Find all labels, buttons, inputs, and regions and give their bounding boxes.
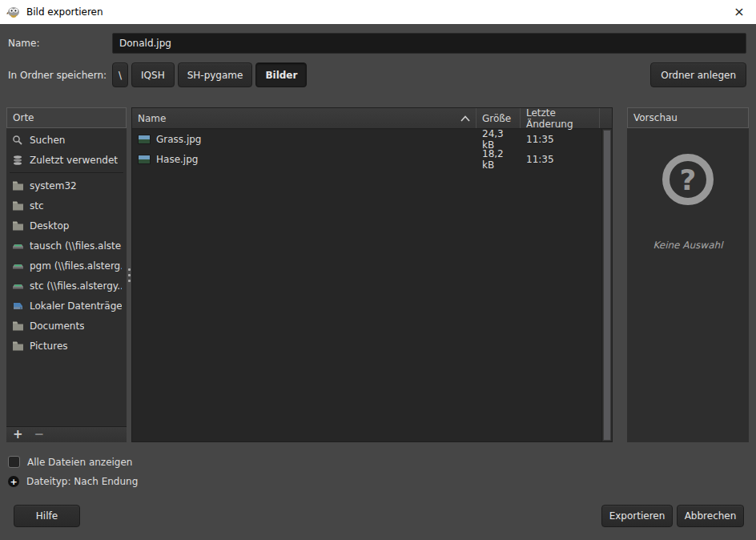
file-list: Name Größe Letzte Änderung Grass.jpg 24,… bbox=[131, 107, 613, 442]
folder-icon bbox=[11, 320, 24, 332]
file-name: Grass.jpg bbox=[156, 134, 201, 145]
show-all-files-label: Alle Dateien anzeigen bbox=[27, 457, 132, 468]
breadcrumb-bilder-active[interactable]: Bilder bbox=[255, 62, 307, 87]
image-thumbnail-icon bbox=[138, 155, 151, 164]
sidebar-item-tausch[interactable]: tausch (\\files.alste... bbox=[6, 236, 127, 256]
network-drive-icon bbox=[11, 280, 24, 292]
recent-icon bbox=[11, 154, 24, 167]
sidebar-item-label: Suchen bbox=[30, 135, 65, 146]
folder-icon bbox=[11, 179, 24, 192]
places-sidebar: Orte Suchen Zuletzt verwendet system32 bbox=[6, 107, 127, 442]
places-list: Suchen Zuletzt verwendet system32 stc bbox=[6, 128, 127, 426]
image-thumbnail-icon bbox=[138, 135, 151, 144]
folder-icon bbox=[11, 220, 24, 232]
table-row-hase[interactable]: Hase.jpg 18,2 kB 11:35 bbox=[132, 149, 601, 169]
file-rows: Grass.jpg 24,3 kB 11:35 Hase.jpg 18,2 kB… bbox=[132, 129, 601, 441]
create-folder-button[interactable]: Ordner anlegen bbox=[650, 62, 746, 87]
no-selection-text: Keine Auswahl bbox=[627, 240, 749, 251]
add-bookmark-button[interactable]: + bbox=[13, 429, 23, 441]
sidebar-item-zuletzt-verwendet[interactable]: Zuletzt verwendet bbox=[6, 150, 127, 170]
help-button[interactable]: Hilfe bbox=[14, 505, 80, 527]
sidebar-item-label: system32 bbox=[30, 180, 77, 191]
file-name: Hase.jpg bbox=[156, 154, 198, 165]
column-header-modified[interactable]: Letzte Änderung bbox=[521, 108, 600, 128]
folder-icon bbox=[11, 340, 24, 353]
sidebar-item-label: Desktop bbox=[30, 220, 70, 232]
export-button[interactable]: Exportieren bbox=[601, 505, 673, 527]
sidebar-item-suchen[interactable]: Suchen bbox=[6, 130, 127, 150]
filetype-label: Dateityp: Nach Endung bbox=[26, 476, 138, 487]
file-size: 24,3 kB bbox=[477, 128, 521, 151]
gimp-wilber-icon bbox=[6, 6, 21, 18]
sidebar-item-label: stc (\\files.alstergy... bbox=[30, 280, 122, 292]
save-in-folder-label: In Ordner speichern: bbox=[8, 70, 107, 81]
splitter-handle-icon bbox=[128, 268, 131, 282]
sidebar-item-stc-network[interactable]: stc (\\files.alstergy... bbox=[6, 276, 127, 296]
sidebar-item-lokaler-datentraeger[interactable]: Lokaler Datenträge... bbox=[6, 296, 127, 316]
preview-header: Vorschau bbox=[627, 107, 749, 128]
column-header-size[interactable]: Größe bbox=[477, 108, 521, 128]
name-label: Name: bbox=[8, 38, 39, 49]
filename-input[interactable] bbox=[112, 33, 746, 54]
sidebar-item-label: Lokaler Datenträge... bbox=[30, 300, 122, 312]
scrollbar-thumb[interactable] bbox=[603, 130, 611, 441]
folder-icon bbox=[11, 199, 24, 212]
preview-pane: Vorschau ? Keine Auswahl bbox=[627, 107, 749, 442]
places-header[interactable]: Orte bbox=[6, 107, 127, 128]
breadcrumb: \ IQSH SH-pygame Bilder bbox=[112, 62, 307, 87]
search-icon bbox=[11, 134, 24, 147]
sidebar-item-system32[interactable]: system32 bbox=[6, 175, 127, 195]
show-all-files-checkbox[interactable] bbox=[8, 456, 20, 468]
file-modified: 11:35 bbox=[521, 134, 600, 145]
sidebar-item-label: Zuletzt verwendet bbox=[30, 155, 118, 166]
sidebar-item-pgm[interactable]: pgm (\\files.alsterg... bbox=[6, 256, 127, 276]
network-drive-icon bbox=[11, 240, 24, 252]
places-toolbar: + − bbox=[6, 426, 127, 442]
file-size: 18,2 kB bbox=[477, 148, 521, 171]
question-mark-icon: ? bbox=[662, 154, 714, 205]
sort-ascending-icon bbox=[460, 115, 470, 122]
titlebar: Bild exportieren × bbox=[0, 0, 756, 24]
sidebar-item-label: stc bbox=[30, 200, 44, 212]
cancel-button[interactable]: Abbrechen bbox=[677, 505, 744, 527]
expander-plus-icon[interactable]: + bbox=[8, 476, 19, 487]
local-drive-icon bbox=[11, 300, 24, 312]
filetype-expander-row: + Dateityp: Nach Endung bbox=[8, 476, 138, 487]
file-list-header: Name Größe Letzte Änderung bbox=[132, 108, 612, 129]
remove-bookmark-button[interactable]: − bbox=[34, 429, 45, 441]
sidebar-item-label: tausch (\\files.alste... bbox=[30, 240, 122, 252]
table-row-grass[interactable]: Grass.jpg 24,3 kB 11:35 bbox=[132, 129, 601, 149]
close-icon[interactable]: × bbox=[730, 3, 748, 21]
breadcrumb-sh-pygame[interactable]: SH-pygame bbox=[178, 62, 253, 87]
window-title: Bild exportieren bbox=[26, 6, 103, 18]
column-header-name[interactable]: Name bbox=[132, 108, 477, 128]
breadcrumb-iqsh[interactable]: IQSH bbox=[131, 62, 175, 87]
sidebar-item-label: Documents bbox=[30, 320, 84, 332]
sidebar-item-desktop[interactable]: Desktop bbox=[6, 216, 127, 236]
sidebar-item-pictures[interactable]: Pictures bbox=[6, 336, 127, 356]
sidebar-item-documents[interactable]: Documents bbox=[6, 316, 127, 336]
column-header-pad bbox=[600, 108, 612, 128]
sidebar-separator bbox=[10, 172, 123, 173]
breadcrumb-root[interactable]: \ bbox=[112, 62, 128, 87]
sidebar-item-label: pgm (\\files.alsterg... bbox=[30, 260, 122, 272]
network-drive-icon bbox=[11, 260, 24, 272]
sidebar-item-label: Pictures bbox=[30, 341, 68, 352]
vertical-scrollbar[interactable] bbox=[601, 129, 612, 441]
show-all-files-row: Alle Dateien anzeigen bbox=[8, 456, 132, 468]
sidebar-item-stc[interactable]: stc bbox=[6, 195, 127, 216]
file-modified: 11:35 bbox=[521, 154, 600, 165]
